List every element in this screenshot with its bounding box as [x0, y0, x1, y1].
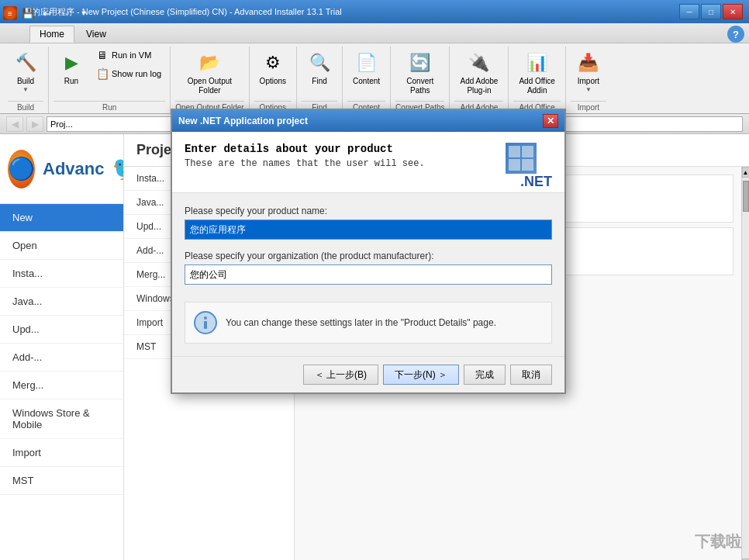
next-button[interactable]: 下一步(N) ＞ [383, 365, 459, 385]
back-button[interactable]: ＜ 上一步(B) [303, 365, 378, 385]
new-net-project-dialog: New .NET Application project ✕ Enter det… [171, 109, 566, 394]
org-label: Please specify your organization (the pr… [185, 251, 552, 261]
net-label: .NET [506, 174, 552, 190]
next-label: 下一步(N) ＞ [395, 368, 447, 382]
dialog-header-text: Enter details about your product These a… [185, 143, 425, 169]
info-text: You can change these settings later in t… [226, 317, 496, 328]
dialog-footer: ＜ 上一步(B) 下一步(N) ＞ 完成 取消 [172, 356, 564, 392]
back-label: ＜ 上一步(B) [315, 368, 367, 382]
organization-input[interactable] [185, 264, 552, 285]
net-logo: .NET [506, 143, 552, 181]
product-name-input[interactable] [185, 220, 552, 240]
svg-rect-12 [204, 321, 207, 329]
dialog-header: Enter details about your product These a… [172, 132, 564, 193]
cancel-label: 取消 [522, 368, 540, 382]
dialog-overlay: New .NET Application project ✕ Enter det… [0, 0, 749, 560]
dialog-titlebar: New .NET Application project ✕ [172, 110, 564, 132]
net-grid-icon [506, 143, 537, 174]
finish-button[interactable]: 完成 [464, 365, 506, 385]
dialog-close-button[interactable]: ✕ [543, 114, 558, 128]
product-name-label: Please specify your product name: [185, 206, 552, 216]
cancel-button[interactable]: 取消 [510, 365, 552, 385]
info-icon [193, 310, 218, 335]
dialog-title: New .NET Application project [178, 116, 543, 126]
dialog-header-subtitle: These are the names that the user will s… [185, 158, 425, 169]
finish-label: 完成 [475, 368, 494, 382]
info-box: You can change these settings later in t… [185, 302, 552, 344]
dialog-header-title: Enter details about your product [185, 143, 425, 155]
svg-point-11 [204, 316, 207, 320]
dialog-body: Please specify your product name: Please… [172, 193, 564, 356]
